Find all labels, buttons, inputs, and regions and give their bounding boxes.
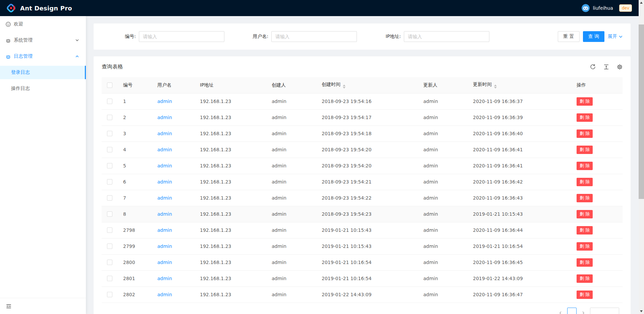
scrollbar-down-arrow-icon[interactable] xyxy=(640,310,643,312)
username-link[interactable]: admin xyxy=(157,244,172,249)
cell-creator: admin xyxy=(266,254,316,270)
username-link[interactable]: admin xyxy=(157,147,172,152)
scrollbar-up-arrow-icon[interactable] xyxy=(640,2,643,4)
delete-button[interactable]: 删 除 xyxy=(577,146,593,154)
sidebar-item-login-log[interactable]: 登录日志 xyxy=(0,66,86,79)
column-header-created-time[interactable]: 创建时间 xyxy=(316,77,418,93)
select-all-checkbox[interactable] xyxy=(107,83,112,88)
delete-button[interactable]: 删 除 xyxy=(577,113,593,122)
username-link[interactable]: admin xyxy=(157,211,172,217)
cell-updated-time: 2020-11-09 16:36:41 xyxy=(468,158,571,174)
row-checkbox[interactable] xyxy=(107,211,112,217)
table-row: 2799 admin 192.168.1.23 admin 2019-01-21… xyxy=(102,238,623,254)
row-checkbox[interactable] xyxy=(107,115,112,120)
next-page-button[interactable] xyxy=(579,308,587,314)
vertical-scrollbar[interactable] xyxy=(639,0,644,314)
cell-ip: 192.168.1.23 xyxy=(195,125,266,142)
username-link[interactable]: admin xyxy=(157,292,172,297)
username-link[interactable]: admin xyxy=(157,179,172,185)
table-row: 7 admin 192.168.1.23 admin 2018-09-23 19… xyxy=(102,190,623,206)
cell-id: 4 xyxy=(118,142,152,158)
cell-updater: admin xyxy=(418,206,468,222)
column-header-id: 编号 xyxy=(118,77,152,93)
username-link[interactable]: admin xyxy=(157,260,172,265)
username-link[interactable]: admin xyxy=(157,115,172,120)
table-toolbar: 查询表格 xyxy=(94,56,631,77)
scrollbar-thumb[interactable] xyxy=(639,24,644,199)
row-checkbox[interactable] xyxy=(107,99,112,104)
column-header-updated-time[interactable]: 更新时间 xyxy=(468,77,571,93)
delete-button[interactable]: 删 除 xyxy=(577,129,593,138)
sidebar-item-operation-log[interactable]: 操作日志 xyxy=(0,82,86,95)
delete-button[interactable]: 删 除 xyxy=(577,162,593,170)
menu-fold-icon[interactable] xyxy=(6,304,11,309)
column-header-ip: IP地址 xyxy=(195,77,266,93)
delete-button[interactable]: 删 除 xyxy=(577,258,593,267)
cell-created-time: 2019-01-22 14:43:09 xyxy=(316,286,418,303)
expand-label: 展开 xyxy=(608,34,617,40)
delete-button[interactable]: 删 除 xyxy=(577,242,593,251)
sidebar-item-welcome[interactable]: 欢迎 xyxy=(0,17,86,31)
user-name[interactable]: liufeihua xyxy=(593,5,613,11)
row-checkbox[interactable] xyxy=(107,260,112,265)
cell-created-time: 2019-01-21 10:16:54 xyxy=(316,254,418,270)
cell-creator: admin xyxy=(266,93,316,109)
ip-field[interactable] xyxy=(404,31,489,42)
sidebar-footer xyxy=(0,298,86,314)
id-field[interactable] xyxy=(139,31,224,42)
expand-toggle[interactable]: 展开 xyxy=(608,34,623,40)
chevron-up-icon xyxy=(75,55,79,58)
page-1-button[interactable] xyxy=(567,308,577,314)
sort-carets-icon[interactable] xyxy=(343,85,345,89)
page-size-select[interactable] xyxy=(590,308,619,314)
username-link[interactable]: admin xyxy=(157,227,172,233)
row-checkbox[interactable] xyxy=(107,227,112,233)
prev-page-button[interactable] xyxy=(556,308,565,314)
sidebar-item-system-management[interactable]: 系统管理 xyxy=(0,34,86,47)
username-field[interactable] xyxy=(271,31,357,42)
table-row: 2 admin 192.168.1.23 admin 2018-09-23 19… xyxy=(102,109,623,125)
row-checkbox[interactable] xyxy=(107,131,112,136)
row-checkbox[interactable] xyxy=(107,292,112,297)
row-checkbox[interactable] xyxy=(107,163,112,168)
query-button[interactable]: 查 询 xyxy=(583,31,604,42)
reload-icon[interactable] xyxy=(590,64,596,70)
cell-updater: admin xyxy=(418,254,468,270)
column-header-creator: 创建人 xyxy=(266,77,316,93)
row-checkbox[interactable] xyxy=(107,195,112,201)
delete-button[interactable]: 删 除 xyxy=(577,291,593,299)
sidebar-item-label: 登录日志 xyxy=(11,69,30,75)
username-link[interactable]: admin xyxy=(157,195,172,201)
row-checkbox[interactable] xyxy=(107,244,112,249)
cell-creator: admin xyxy=(266,206,316,222)
username-link[interactable]: admin xyxy=(157,276,172,281)
cell-updated-time: 2020-11-09 16:36:40 xyxy=(468,125,571,142)
row-checkbox[interactable] xyxy=(107,147,112,152)
cell-creator: admin xyxy=(266,190,316,206)
user-avatar[interactable] xyxy=(582,4,590,12)
cell-created-time: 2018-09-23 19:54:16 xyxy=(316,93,418,109)
reset-button[interactable]: 重 置 xyxy=(558,31,579,42)
cell-ip: 192.168.1.23 xyxy=(195,174,266,190)
username-link[interactable]: admin xyxy=(157,131,172,136)
row-checkbox[interactable] xyxy=(107,179,112,185)
username-link[interactable]: admin xyxy=(157,99,172,104)
cell-ip: 192.168.1.23 xyxy=(195,238,266,254)
delete-button[interactable]: 删 除 xyxy=(577,226,593,234)
cell-created-time: 2019-01-21 10:16:54 xyxy=(316,270,418,286)
delete-button[interactable]: 删 除 xyxy=(577,274,593,283)
setting-icon[interactable] xyxy=(617,64,623,70)
sidebar-item-log-management[interactable]: 日志管理 xyxy=(0,50,86,63)
column-height-icon[interactable] xyxy=(603,64,609,70)
sort-carets-icon[interactable] xyxy=(494,85,497,89)
username-link[interactable]: admin xyxy=(157,163,172,168)
delete-button[interactable]: 删 除 xyxy=(577,194,593,202)
cell-ip: 192.168.1.23 xyxy=(195,142,266,158)
delete-button[interactable]: 删 除 xyxy=(577,210,593,218)
cell-ip: 192.168.1.23 xyxy=(195,93,266,109)
cell-updater: admin xyxy=(418,270,468,286)
delete-button[interactable]: 删 除 xyxy=(577,178,593,186)
cell-creator: admin xyxy=(266,142,316,158)
row-checkbox[interactable] xyxy=(107,276,112,281)
delete-button[interactable]: 删 除 xyxy=(577,97,593,106)
